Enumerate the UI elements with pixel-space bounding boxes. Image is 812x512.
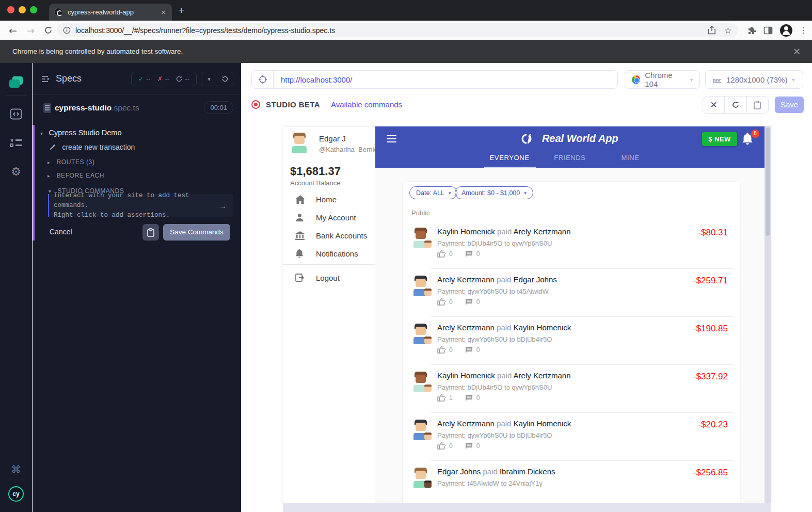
tab-close-icon[interactable]: × [160,8,167,17]
browser-tab[interactable]: cypress-realworld-app × [49,4,172,21]
copy-commands-button[interactable] [142,224,159,241]
chevron-right-icon[interactable]: ▸ [47,173,50,179]
traffic-light-close[interactable] [7,6,14,13]
comment-icon[interactable] [465,346,473,354]
suite-title[interactable]: Cypress Studio Demo [49,129,121,137]
available-commands-link[interactable]: Available commands [331,100,402,109]
sender-avatar [410,371,431,392]
transaction-row[interactable]: Kaylin Homenick paid Arely Kertzmann Pay… [403,221,740,269]
spec-file-row[interactable]: cypress-studio.spec.ts 00:01 [33,101,241,120]
passed-count: -- [146,75,151,83]
nav-item-my-account[interactable]: My Account [283,209,375,226]
studio-restart-icon[interactable] [724,97,746,113]
test-stats: ✓-- ✗-- -- [131,72,197,86]
settings-gear-icon[interactable]: ⚙ [0,165,32,178]
transaction-row[interactable]: Edgar Johns paid Ibrahim Dickens Payment… [403,461,740,503]
menu-kebab-icon[interactable]: ⋮ [800,25,808,35]
chevron-right-icon[interactable]: ▸ [47,159,50,165]
back-icon[interactable]: ← [4,25,22,36]
chrome-browser-icon [632,75,640,84]
share-icon[interactable] [708,26,716,35]
infobar-close-icon[interactable]: ✕ [793,46,801,57]
transaction-row[interactable]: Arely Kertzmann paid Kaylin Homenick Pay… [403,413,740,461]
tab-everyone[interactable]: EVERYONE [480,152,540,168]
amount-filter-chip[interactable]: Amount: $0 - $1,000▾ [455,186,533,199]
new-transaction-button[interactable]: $ NEW [702,132,737,146]
like-icon[interactable] [437,346,445,354]
studio-copy-icon[interactable] [746,97,768,113]
nav-item-notifications[interactable]: Notifications [283,245,375,262]
nav-item-home[interactable]: Home [283,190,375,208]
transaction-amount: -$259.71 [693,276,728,286]
like-icon[interactable] [437,298,445,306]
sender-avatar [410,419,431,440]
before-each-label[interactable]: BEFORE EACH [56,172,104,179]
browser-toolbar: ← → localhost:3000/__/#/specs/runner?fil… [0,21,812,40]
transaction-amount: -$256.85 [693,468,728,478]
studio-save-button[interactable]: Save [775,97,804,113]
url-text[interactable]: localhost:3000/__/#/specs/runner?file=cy… [75,26,708,35]
collapse-chevron-icon[interactable]: ▾ [201,72,217,86]
user-profile[interactable]: Edgar J @Katharina_Bernier [289,132,380,153]
studio-close-icon[interactable]: ✕ [703,97,724,113]
browser-select[interactable]: Chrome 104 ▾ [625,70,700,89]
reload-icon[interactable] [39,26,57,35]
routes-section-row[interactable]: ▸ ROUTES (3) [47,157,256,166]
nav-item-bank-accounts[interactable]: Bank Accounts [283,227,375,244]
aut-url-text[interactable]: http://localhost:3000/ [274,75,352,84]
transaction-row[interactable]: Kaylin Homenick paid Arely Kertzmann Pay… [403,365,740,413]
aut-iframe: Edgar J @Katharina_Bernier $1,681.37 Acc… [283,126,771,503]
app-scrollbar[interactable] [765,126,771,503]
cancel-button[interactable]: Cancel [50,228,72,236]
like-icon[interactable] [437,394,445,402]
aut-url-bar[interactable]: http://localhost:3000/ [251,70,618,89]
extensions-puzzle-icon[interactable] [747,26,756,35]
suite-row[interactable]: ▾ Cypress Studio Demo [40,128,249,137]
studio-hint-line1: Interact with your site to add test comm… [54,191,219,211]
tab-friends[interactable]: FRIENDS [540,152,600,168]
routes-label[interactable]: ROUTES (3) [56,158,94,166]
comment-icon[interactable] [465,442,473,450]
new-tab-button[interactable]: + [178,5,184,15]
failed-count: -- [165,75,170,83]
side-panel-icon[interactable] [763,26,773,35]
chevron-down-icon[interactable]: ▾ [40,131,43,136]
profile-avatar[interactable] [780,24,792,37]
cypress-logo-icon[interactable] [9,76,23,89]
studio-hint-line2: Right click to add assertions. [54,211,219,220]
selector-playground-icon[interactable] [252,71,274,88]
sender-avatar [410,467,431,488]
date-filter-chip[interactable]: Date: ALL▾ [409,186,457,199]
like-icon[interactable] [437,250,445,258]
comment-icon[interactable] [465,394,473,402]
keyboard-shortcuts-icon[interactable]: ⌘ [0,463,32,475]
comment-count: 0 [476,442,480,450]
nav-item-logout[interactable]: Logout [283,269,375,286]
chevron-down-icon: ▾ [690,77,693,83]
notifications-bell[interactable]: 8 [742,133,757,146]
app-sidebar: Edgar J @Katharina_Bernier $1,681.37 Acc… [283,126,375,503]
bell-icon [295,249,306,258]
viewport-select[interactable]: 1280x1000 (73%) ▾ [705,70,803,89]
before-each-section-row[interactable]: ▸ BEFORE EACH [47,170,256,180]
address-bar[interactable]: localhost:3000/__/#/specs/runner?file=cy… [57,23,738,37]
bookmark-star-icon[interactable]: ☆ [724,25,732,36]
test-row[interactable]: create new transaction [50,142,258,152]
like-icon[interactable] [437,442,445,450]
comment-icon[interactable] [465,250,473,258]
transaction-row[interactable]: Arely Kertzmann paid Edgar Johns Payment… [403,269,740,317]
runs-list-icon[interactable] [0,137,32,150]
rerun-tests-icon[interactable] [217,72,233,86]
bank-icon [295,231,306,240]
traffic-light-minimize[interactable] [19,6,26,13]
transaction-row[interactable]: Arely Kertzmann paid Kaylin Homenick Pay… [403,317,740,365]
tab-mine[interactable]: MINE [600,152,661,168]
page-info-icon[interactable] [63,26,71,34]
cypress-version-badge[interactable]: cy [8,486,24,502]
comment-icon[interactable] [465,298,473,306]
traffic-light-zoom[interactable] [30,6,37,13]
specs-page-icon[interactable] [0,108,32,122]
save-commands-button[interactable]: Save Commands [163,224,230,241]
test-title[interactable]: create new transaction [62,143,135,151]
person-icon [295,213,306,222]
